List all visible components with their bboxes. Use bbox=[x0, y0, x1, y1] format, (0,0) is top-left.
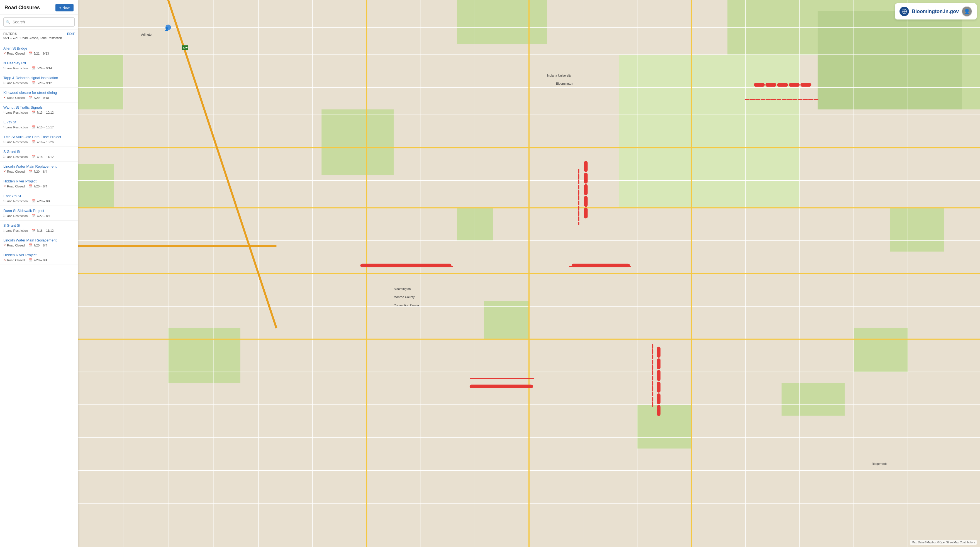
closure-type-label: Lane Restriction bbox=[6, 214, 28, 218]
calendar-icon: 📅 bbox=[32, 111, 36, 114]
calendar-icon: 📅 bbox=[29, 258, 33, 262]
lane-restriction-icon: ℹ bbox=[3, 199, 5, 203]
list-item[interactable]: East 7th St ℹ Lane Restriction 📅 7/20 – … bbox=[0, 191, 78, 206]
closure-name: Allen St Bridge bbox=[3, 46, 75, 51]
closure-meta: ✕ Road Closed 📅 7/20 – 8/4 bbox=[3, 258, 75, 262]
calendar-icon: 📅 bbox=[29, 96, 33, 99]
lane-restriction-icon: ℹ bbox=[3, 214, 5, 218]
lane-restriction-icon: ℹ bbox=[3, 111, 5, 114]
closure-meta: ℹ Lane Restriction 📅 7/15 – 10/17 bbox=[3, 125, 75, 129]
closure-date: 📅 7/20 – 8/4 bbox=[29, 243, 47, 247]
lane-restriction-icon: ℹ bbox=[3, 140, 5, 144]
closure-date-value: 7/16 – 10/26 bbox=[37, 140, 54, 144]
lane-restriction-icon: ℹ bbox=[3, 66, 5, 70]
closure-meta: ℹ Lane Restriction 📅 6/24 – 9/14 bbox=[3, 66, 75, 70]
list-item[interactable]: Lincoln Water Main Replacement ✕ Road Cl… bbox=[0, 235, 78, 250]
closure-date-value: 6/24 – 9/14 bbox=[37, 67, 52, 70]
closure-date: 📅 6/29 – 9/18 bbox=[29, 96, 49, 99]
list-item[interactable]: Tapp & Deborah signal installation ℹ Lan… bbox=[0, 73, 78, 88]
closure-date: 📅 6/24 – 9/14 bbox=[32, 66, 52, 70]
brand-name: Bloomington.in.gov bbox=[912, 9, 959, 14]
closure-type-label: Lane Restriction bbox=[6, 199, 28, 203]
list-item[interactable]: S Grant St ℹ Lane Restriction 📅 7/18 – 1… bbox=[0, 221, 78, 235]
closure-date: 📅 7/20 – 8/4 bbox=[32, 199, 51, 203]
road-closed-icon: ✕ bbox=[3, 51, 6, 55]
page-title: Road Closures bbox=[5, 5, 40, 11]
search-container bbox=[0, 14, 78, 30]
closure-date: 📅 7/20 – 8/4 bbox=[29, 170, 47, 173]
road-closed-icon: ✕ bbox=[3, 258, 6, 262]
calendar-icon: 📅 bbox=[32, 155, 36, 159]
closure-date-value: 6/21 – 9/13 bbox=[34, 52, 49, 55]
brand-logo bbox=[899, 7, 909, 16]
closure-date: 📅 7/15 – 10/17 bbox=[32, 125, 54, 129]
closure-date: 📅 7/20 – 8/4 bbox=[29, 184, 47, 188]
closure-date-value: 7/20 – 8/4 bbox=[37, 199, 51, 203]
map-container[interactable]: Bloomington.in.gov 👤 Map Data ©Mapbox ©O… bbox=[78, 0, 980, 547]
closure-meta: ℹ Lane Restriction 📅 7/18 – 11/12 bbox=[3, 229, 75, 232]
closure-type: ✕ Road Closed bbox=[3, 96, 25, 99]
list-item[interactable]: 17th St Multi-Use Path Ease Project ℹ La… bbox=[0, 132, 78, 147]
closure-type-label: Lane Restriction bbox=[6, 81, 28, 85]
closure-meta: ℹ Lane Restriction 📅 7/13 – 10/12 bbox=[3, 111, 75, 114]
closure-type-label: Road Closed bbox=[7, 244, 25, 247]
closure-name: Hidden River Project bbox=[3, 179, 75, 183]
list-item[interactable]: Allen St Bridge ✕ Road Closed 📅 6/21 – 9… bbox=[0, 43, 78, 58]
closure-date-value: 7/20 – 8/4 bbox=[34, 258, 47, 262]
list-item[interactable]: Dunn St Sidewalk Project ℹ Lane Restrict… bbox=[0, 206, 78, 221]
closure-type-label: Road Closed bbox=[7, 52, 25, 55]
list-item[interactable]: Kirkwood closure for street dining ✕ Roa… bbox=[0, 88, 78, 102]
calendar-icon: 📅 bbox=[32, 229, 36, 232]
list-item[interactable]: Lincoln Water Main Replacement ✕ Road Cl… bbox=[0, 162, 78, 176]
closure-meta: ℹ Lane Restriction 📅 6/29 – 9/12 bbox=[3, 81, 75, 85]
list-item[interactable]: E 7th St ℹ Lane Restriction 📅 7/15 – 10/… bbox=[0, 117, 78, 132]
closure-date-value: 7/15 – 10/17 bbox=[37, 126, 54, 129]
closure-type-label: Lane Restriction bbox=[6, 67, 28, 70]
closures-list: Allen St Bridge ✕ Road Closed 📅 6/21 – 9… bbox=[0, 42, 78, 547]
filters-bar: FILTERS 6/21 – 7/21; Road Closed, Lane R… bbox=[0, 30, 78, 42]
list-item[interactable]: S Grant St ℹ Lane Restriction 📅 7/18 – 1… bbox=[0, 147, 78, 162]
closure-type: ℹ Lane Restriction bbox=[3, 81, 28, 85]
road-closed-icon: ✕ bbox=[3, 243, 6, 247]
map-canvas bbox=[78, 0, 980, 547]
closure-meta: ✕ Road Closed 📅 7/20 – 8/4 bbox=[3, 170, 75, 173]
search-wrap bbox=[3, 17, 75, 27]
edit-filters-link[interactable]: EDIT bbox=[67, 32, 75, 36]
closure-date-value: 6/29 – 9/18 bbox=[34, 96, 49, 99]
lane-restriction-icon: ℹ bbox=[3, 81, 5, 85]
closure-type: ℹ Lane Restriction bbox=[3, 66, 28, 70]
closure-name: Hidden River Project bbox=[3, 253, 75, 257]
search-input[interactable] bbox=[3, 17, 75, 27]
closure-date: 📅 7/18 – 11/12 bbox=[32, 229, 54, 232]
closure-date-value: 7/13 – 10/12 bbox=[37, 111, 54, 114]
closure-date-value: 7/20 – 8/4 bbox=[34, 244, 47, 247]
calendar-icon: 📅 bbox=[32, 66, 36, 70]
filters-value: 6/21 – 7/21; Road Closed, Lane Restricti… bbox=[3, 36, 62, 40]
closure-type: ℹ Lane Restriction bbox=[3, 214, 28, 218]
closure-name: East 7th St bbox=[3, 194, 75, 198]
closure-date: 📅 7/16 – 10/26 bbox=[32, 140, 54, 144]
list-item[interactable]: Hidden River Project ✕ Road Closed 📅 7/2… bbox=[0, 250, 78, 265]
closure-type: ℹ Lane Restriction bbox=[3, 155, 28, 159]
closure-name: 17th St Multi-Use Path Ease Project bbox=[3, 135, 75, 139]
closure-name: N Headley Rd bbox=[3, 61, 75, 65]
filters-info: FILTERS 6/21 – 7/21; Road Closed, Lane R… bbox=[3, 32, 62, 40]
closure-meta: ✕ Road Closed 📅 7/20 – 8/4 bbox=[3, 243, 75, 247]
calendar-icon: 📅 bbox=[29, 170, 33, 173]
list-item[interactable]: N Headley Rd ℹ Lane Restriction 📅 6/24 –… bbox=[0, 58, 78, 73]
new-button[interactable]: + New bbox=[56, 4, 73, 11]
closure-type: ℹ Lane Restriction bbox=[3, 140, 28, 144]
list-item[interactable]: Hidden River Project ✕ Road Closed 📅 7/2… bbox=[0, 176, 78, 191]
lane-restriction-icon: ℹ bbox=[3, 125, 5, 129]
closure-type: ℹ Lane Restriction bbox=[3, 125, 28, 129]
closure-name: Walnut St Traffic Signals bbox=[3, 105, 75, 110]
closure-type-label: Lane Restriction bbox=[6, 155, 28, 159]
user-avatar[interactable]: 👤 bbox=[962, 6, 972, 17]
sidebar: Road Closures + New FILTERS 6/21 – 7/21;… bbox=[0, 0, 78, 547]
list-item[interactable]: Walnut St Traffic Signals ℹ Lane Restric… bbox=[0, 102, 78, 117]
calendar-icon: 📅 bbox=[29, 243, 33, 247]
closure-date-value: 7/18 – 11/12 bbox=[37, 229, 54, 232]
calendar-icon: 📅 bbox=[32, 140, 36, 144]
closure-type: ℹ Lane Restriction bbox=[3, 199, 28, 203]
closure-type-label: Lane Restriction bbox=[6, 126, 28, 129]
